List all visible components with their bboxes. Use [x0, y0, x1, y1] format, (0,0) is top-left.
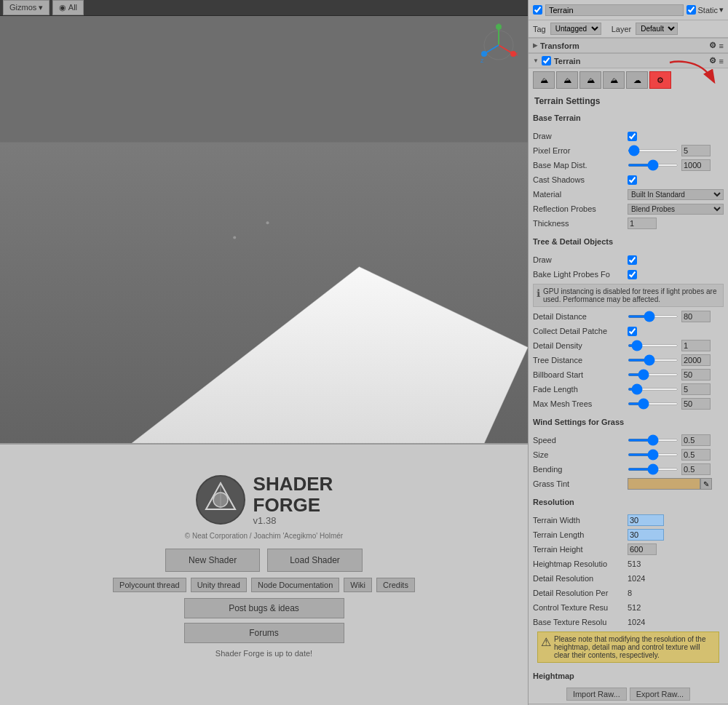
- shader-forge-version: v1.38: [253, 515, 333, 526]
- reflection-probes-select[interactable]: Blend Probes: [628, 204, 724, 215]
- cast-shadows-label: Cast Shadows: [533, 175, 628, 184]
- terrain-length-input[interactable]: [628, 529, 664, 541]
- terrain-active-checkbox[interactable]: [533, 5, 542, 15]
- inspector-panel: Static ▾ Tag Untagged Layer Default ▶ Tr…: [528, 0, 728, 705]
- wiki-button[interactable]: Wiki: [344, 578, 372, 592]
- gpu-info-box: ℹ GPU instancing is disabled for trees i…: [533, 284, 724, 307]
- export-raw-button[interactable]: Export Raw...: [630, 688, 690, 701]
- size-input[interactable]: [681, 449, 711, 461]
- detail-density-input[interactable]: [681, 340, 711, 351]
- color-picker-button[interactable]: ✎: [700, 478, 712, 490]
- fade-length-input[interactable]: [681, 383, 711, 395]
- terrain-component-checkbox[interactable]: [542, 56, 551, 65]
- grass-tint-swatch[interactable]: [628, 478, 700, 490]
- terrain-tab-settings[interactable]: ⚙: [649, 71, 671, 89]
- base-map-input[interactable]: [681, 159, 711, 171]
- speed-slider[interactable]: [628, 439, 678, 442]
- control-texture-label: Control Texture Resu: [533, 603, 628, 612]
- load-shader-button[interactable]: Load Shader: [267, 549, 363, 572]
- gizmos-button[interactable]: Gizmos ▾: [3, 0, 50, 15]
- max-mesh-slider[interactable]: [628, 402, 678, 405]
- fade-length-slider[interactable]: [628, 388, 678, 391]
- all-button[interactable]: ◉ All: [52, 0, 84, 15]
- resolution-warning-text: Please note that modifying the resolutio…: [554, 635, 716, 659]
- terrain-tab-raise[interactable]: ⛰: [533, 71, 555, 89]
- max-mesh-input[interactable]: [681, 398, 711, 410]
- heightmap-title: Heightmap: [529, 669, 728, 682]
- terrain-name-input[interactable]: [545, 4, 684, 16]
- transform-section-header[interactable]: ▶ Transform ⚙ ≡: [529, 38, 728, 53]
- bending-slider[interactable]: [628, 468, 678, 471]
- collect-detail-checkbox[interactable]: [628, 327, 637, 336]
- speed-input[interactable]: [681, 434, 711, 446]
- shader-forge-copyright: © Neat Corporation / Joachim 'Acegikmo' …: [185, 532, 343, 540]
- shader-forge-panel: SHADERFORGE v1.38 © Neat Corporation / J…: [0, 443, 528, 705]
- heightmap-buttons: Import Raw... Export Raw...: [529, 685, 728, 704]
- gizmo-widget[interactable]: Y X Z: [477, 23, 521, 67]
- tag-select[interactable]: Untagged: [550, 23, 601, 35]
- material-select[interactable]: Built In Standard: [628, 189, 724, 200]
- svg-point-12: [481, 51, 487, 57]
- pixel-error-input[interactable]: [681, 145, 711, 156]
- detail-resolution-label: Detail Resolution: [533, 574, 628, 583]
- draw2-checkbox[interactable]: [628, 255, 637, 265]
- terrain-tab-details[interactable]: ⛰: [603, 71, 625, 89]
- static-dropdown-arrow[interactable]: ▾: [719, 5, 724, 15]
- unity-thread-button[interactable]: Unity thread: [191, 578, 247, 592]
- svg-text:Y: Y: [497, 23, 501, 27]
- pixel-error-slider[interactable]: [628, 149, 678, 152]
- speed-label: Speed: [533, 436, 628, 445]
- static-checkbox[interactable]: [687, 5, 696, 15]
- wind-settings-title: Wind Settings for Grass: [529, 415, 728, 428]
- svg-point-3: [266, 221, 269, 224]
- terrain-section-header[interactable]: ▼ Terrain ⚙ ≡: [529, 53, 728, 68]
- material-label: Material: [533, 190, 628, 199]
- base-map-slider[interactable]: [628, 164, 678, 167]
- draw2-label: Draw: [533, 255, 628, 264]
- size-slider[interactable]: [628, 453, 678, 456]
- detail-res-per-patch-value: 8: [628, 589, 632, 597]
- terrain-tab-trees[interactable]: ⛰: [579, 71, 601, 89]
- viewport-toolbar: Gizmos ▾ ◉ All: [0, 0, 528, 16]
- resolution-properties: Terrain Width Terrain Length Terrain Hei…: [529, 511, 728, 669]
- layer-select[interactable]: Default: [636, 23, 678, 35]
- transform-triangle: ▶: [533, 42, 537, 49]
- thickness-input[interactable]: [628, 218, 657, 229]
- resolution-warning-box: ⚠ Please note that modifying the resolut…: [537, 632, 719, 663]
- tree-distance-input[interactable]: [681, 354, 711, 366]
- bending-input[interactable]: [681, 463, 711, 475]
- import-raw-button[interactable]: Import Raw...: [566, 688, 627, 701]
- heightmap-res-value: 513: [628, 559, 641, 568]
- billboard-start-slider[interactable]: [628, 373, 678, 376]
- credits-button[interactable]: Credits: [376, 578, 415, 592]
- draw-checkbox[interactable]: [628, 132, 637, 141]
- post-bugs-button[interactable]: Post bugs & ideas: [184, 598, 344, 618]
- node-documentation-button[interactable]: Node Documentation: [251, 578, 339, 592]
- tree-detail-title: Tree & Detail Objects: [529, 234, 728, 247]
- shader-forge-logo: [195, 474, 246, 525]
- terrain-component-label: Terrain: [554, 57, 580, 65]
- detail-distance-slider[interactable]: [628, 315, 678, 318]
- detail-density-slider[interactable]: [628, 344, 678, 347]
- base-texture-value: 1024: [628, 618, 645, 626]
- terrain-menu-icon[interactable]: ≡: [719, 57, 724, 65]
- terrain-width-input[interactable]: [628, 514, 664, 526]
- cast-shadows-checkbox[interactable]: [628, 175, 637, 185]
- terrain-settings-icon[interactable]: ⚙: [709, 56, 716, 65]
- terrain-tab-res[interactable]: ☁: [626, 71, 648, 89]
- base-texture-label: Base Texture Resolu: [533, 618, 628, 626]
- new-shader-button[interactable]: New Shader: [165, 549, 260, 572]
- tree-distance-slider[interactable]: [628, 359, 678, 362]
- terrain-height-input[interactable]: [628, 543, 657, 555]
- wind-properties: Speed Size Bending Grass Tint ✎: [529, 431, 728, 495]
- reflection-probes-label: Reflection Probes: [533, 204, 628, 213]
- transform-settings-icon[interactable]: ⚙: [709, 41, 716, 50]
- terrain-settings-header: Terrain Settings: [529, 92, 728, 111]
- bake-light-checkbox[interactable]: [628, 270, 637, 279]
- detail-distance-input[interactable]: [681, 311, 711, 322]
- transform-menu-icon[interactable]: ≡: [719, 41, 724, 50]
- forums-button[interactable]: Forums: [184, 623, 344, 643]
- billboard-start-input[interactable]: [681, 369, 711, 381]
- terrain-tab-paint[interactable]: ⛰: [556, 71, 578, 89]
- polycount-thread-button[interactable]: Polycount thread: [113, 578, 186, 592]
